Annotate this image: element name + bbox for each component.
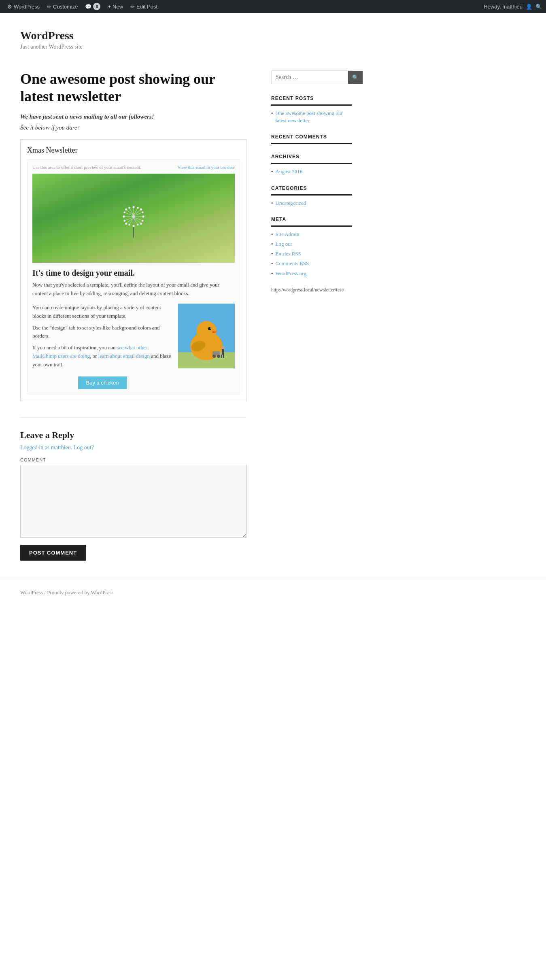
post-separator [20, 417, 247, 418]
nl-para3: If you need a bit of inspiration, you ca… [32, 344, 172, 369]
admin-bar-right: Howdy, matthieu 👤 🔍 [484, 4, 542, 10]
meta-title: META [271, 217, 352, 227]
svg-point-19 [137, 207, 138, 209]
admin-bar-new[interactable]: + New [104, 0, 126, 13]
recent-posts-list: One awesome post showing our latest news… [271, 110, 352, 124]
admin-bar-edit-label: Edit Post [136, 4, 157, 10]
list-item: Site Admin [271, 231, 352, 238]
site-admin-link[interactable]: Site Admin [276, 231, 300, 238]
list-item: One awesome post showing our latest news… [271, 110, 352, 124]
search-box: 🔍 [271, 70, 352, 84]
admin-bar-user-greeting: Howdy, matthieu [484, 4, 523, 10]
svg-line-18 [134, 208, 138, 215]
nl-para3-mid: , or [90, 353, 98, 359]
categories-title: CATEGORIES [271, 185, 352, 196]
list-item: Entries RSS [271, 250, 352, 257]
chicken-svg [178, 304, 235, 368]
sidebar-section-recent-comments: RECENT COMMENTS [271, 134, 352, 144]
comment-label: COMMENT [20, 457, 247, 462]
newsletter-heading: It's time to design your email. [32, 268, 235, 278]
site-header: WordPress Just another WordPress site [0, 13, 546, 62]
admin-bar-left: ⚙ WordPress ✏ Customize 💬 0 + New ✏ Edit… [4, 0, 484, 13]
category-link[interactable]: Uncategorized [276, 200, 306, 207]
svg-rect-45 [223, 355, 224, 358]
newsletter-two-col: You can create unique layouts by placing… [32, 304, 235, 389]
logged-in-link[interactable]: Logged in as matthieu. [20, 444, 72, 451]
logout-meta-link[interactable]: Log out [276, 240, 292, 248]
list-item: WordPress.org [271, 270, 352, 277]
recent-post-link[interactable]: One awesome post showing our latest news… [276, 110, 352, 124]
svg-point-17 [133, 225, 135, 227]
sidebar-section-categories: CATEGORIES Uncategorized [271, 185, 352, 207]
admin-bar-new-label: New [113, 4, 123, 10]
list-item: Uncategorized [271, 200, 352, 207]
post-intro: We have just sent a news mailing to all … [20, 113, 247, 120]
list-item: Log out [271, 240, 352, 248]
main-container: One awesome post showing our latest news… [0, 62, 546, 577]
edit-icon: ✏ [130, 4, 135, 10]
nl-para3-pre: If you need a bit of inspiration, you ca… [32, 344, 117, 351]
admin-bar-customize-label: Customize [53, 4, 78, 10]
chicken-image [178, 304, 235, 368]
content-area: One awesome post showing our latest news… [20, 70, 247, 561]
email-design-link[interactable]: learn about email design [98, 353, 150, 359]
admin-bar-customize[interactable]: ✏ Customize [44, 0, 81, 13]
comment-count-badge: 0 [93, 3, 100, 10]
svg-point-39 [210, 327, 210, 328]
page-wrapper: WordPress Just another WordPress site On… [0, 13, 546, 608]
svg-point-38 [208, 327, 211, 330]
sidebar: 🔍 RECENT POSTS One awesome post showing … [271, 70, 352, 561]
search-input[interactable] [272, 71, 348, 84]
svg-point-23 [137, 224, 138, 225]
admin-search-icon[interactable]: 🔍 [535, 4, 542, 10]
svg-point-21 [129, 207, 130, 209]
newsletter-box: Xmas Newsletter Use this area to offer a… [20, 139, 247, 401]
categories-list: Uncategorized [271, 200, 352, 207]
svg-line-22 [134, 218, 138, 224]
svg-point-48 [217, 355, 220, 358]
comment-textarea[interactable] [20, 465, 247, 538]
svg-point-15 [125, 223, 127, 225]
dandelion-svg [117, 196, 150, 240]
footer-tagline: Proudly powered by WordPress [47, 589, 113, 595]
svg-point-9 [142, 216, 144, 218]
newsletter-left-text: You can create unique layouts by placing… [32, 304, 172, 389]
newsletter-preview-row: Use this area to offer a short preview o… [32, 165, 235, 170]
svg-point-25 [129, 224, 130, 225]
nl-para2: Use the "design" tab to set styles like … [32, 324, 172, 341]
admin-bar-edit-post[interactable]: ✏ Edit Post [127, 0, 161, 13]
svg-rect-44 [221, 355, 222, 358]
site-title[interactable]: WordPress [20, 29, 526, 42]
entries-rss-link[interactable]: Entries RSS [276, 250, 301, 257]
svg-point-37 [196, 321, 217, 341]
sidebar-section-archives: ARCHIVES August 2016 [271, 154, 352, 175]
admin-bar: ⚙ WordPress ✏ Customize 💬 0 + New ✏ Edit… [0, 0, 546, 13]
logout-link[interactable]: Log out? [74, 444, 94, 451]
admin-bar-comments[interactable]: 💬 0 [82, 0, 104, 13]
svg-rect-42 [222, 349, 224, 355]
footer-separator: / [44, 589, 46, 595]
meta-list: Site Admin Log out Entries RSS Comments … [271, 231, 352, 277]
site-tagline: Just another WordPress site [20, 44, 526, 50]
post-comment-button[interactable]: POST COMMENT [20, 545, 86, 561]
site-footer: WordPress / Proudly powered by WordPress [0, 577, 546, 608]
archive-link[interactable]: August 2016 [276, 168, 303, 175]
footer-site-link[interactable]: WordPress [20, 589, 43, 595]
comments-rss-link[interactable]: Comments RSS [276, 260, 309, 267]
view-in-browser-link[interactable]: View this email in your browser [178, 165, 235, 170]
search-button[interactable]: 🔍 [348, 71, 363, 84]
svg-point-5 [140, 208, 142, 210]
wp-logo-icon: ⚙ [7, 4, 12, 10]
svg-point-31 [142, 220, 143, 222]
admin-bar-wp[interactable]: ⚙ WordPress [4, 0, 43, 13]
comments-icon: 💬 [85, 4, 91, 10]
reply-section: Leave a Reply Logged in as matthieu. Log… [20, 430, 247, 561]
post-intro2: See it below if you dare: [20, 124, 247, 131]
svg-point-7 [125, 208, 127, 210]
wordpress-org-link[interactable]: WordPress.org [276, 270, 306, 277]
svg-point-47 [212, 355, 216, 358]
buy-chicken-button[interactable]: Buy a chicken [78, 376, 127, 389]
newsletter-desc: Now that you've selected a template, you… [32, 281, 235, 298]
list-item: August 2016 [271, 168, 352, 175]
admin-bar-wordpress-label: WordPress [14, 4, 40, 10]
